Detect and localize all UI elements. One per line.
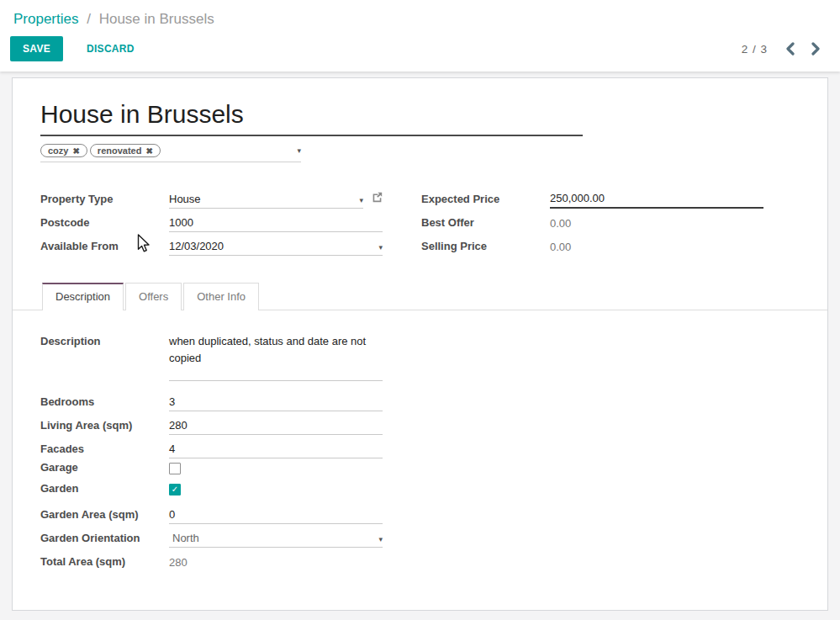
garage-checkbox[interactable]: ✓ <box>169 463 181 474</box>
field-row-property-type: Property Type House ▾ <box>40 185 383 209</box>
field-row-facades: Facades 4 <box>40 435 383 458</box>
control-panel: Properties / House in Brussels SAVE DISC… <box>0 0 840 72</box>
facades-value: 4 <box>169 442 175 455</box>
garden-orientation-select[interactable]: North ▾ <box>169 532 383 548</box>
property-type-value: House <box>169 193 201 205</box>
garden-orientation-value: North <box>172 532 199 544</box>
form-view: House in Brussels cozy ✖ renovated ✖ ▾ P… <box>0 72 840 611</box>
title-field[interactable]: House in Brussels <box>40 100 583 136</box>
pager-count: 2 / 3 <box>742 43 768 56</box>
field-row-postcode: Postcode 1000 <box>40 209 383 232</box>
postcode-input[interactable]: 1000 <box>169 216 383 232</box>
notebook-tabs: Description Offers Other Info <box>13 283 827 310</box>
tag-renovated[interactable]: renovated ✖ <box>90 144 161 157</box>
total-area-value: 280 <box>169 556 383 571</box>
postcode-value: 1000 <box>169 216 193 229</box>
toolbar: SAVE DISCARD 2 / 3 <box>0 36 840 61</box>
field-row-best-offer: Best Offer 0.00 <box>421 209 763 232</box>
tag-remove-icon[interactable]: ✖ <box>72 146 79 156</box>
postcode-label: Postcode <box>40 216 169 232</box>
checkmark-icon: ✓ <box>172 485 178 494</box>
facades-input[interactable]: 4 <box>169 442 383 458</box>
breadcrumb-current: House in Brussels <box>99 11 214 27</box>
expected-price-label: Expected Price <box>421 193 550 209</box>
selling-price-label: Selling Price <box>421 240 550 256</box>
description-input[interactable]: when duplicated, status and date are not… <box>169 333 383 381</box>
pager-next-icon[interactable] <box>810 42 822 56</box>
tag-label: cozy <box>48 146 68 156</box>
garage-label: Garage <box>40 461 169 477</box>
pager-previous-icon[interactable] <box>785 42 796 56</box>
tab-offers[interactable]: Offers <box>125 283 182 310</box>
field-row-selling-price: Selling Price 0.00 <box>421 232 763 256</box>
living-area-input[interactable]: 280 <box>169 419 383 435</box>
tags-dropdown-icon[interactable]: ▾ <box>297 147 301 155</box>
expected-price-value: 250,000.00 <box>550 192 605 204</box>
form-sheet: House in Brussels cozy ✖ renovated ✖ ▾ P… <box>12 77 828 611</box>
bedrooms-label: Bedrooms <box>40 395 169 411</box>
field-row-garden: Garden ✓ <box>40 480 383 501</box>
tab-description[interactable]: Description <box>42 283 124 310</box>
breadcrumb: Properties / House in Brussels <box>0 0 840 28</box>
description-value: when duplicated, status and date are not… <box>169 333 378 367</box>
available-from-label: Available From <box>40 240 169 256</box>
total-area-label: Total Area (sqm) <box>40 555 169 571</box>
discard-button[interactable]: DISCARD <box>78 36 143 61</box>
save-button[interactable]: SAVE <box>10 36 63 61</box>
garden-checkbox[interactable]: ✓ <box>169 484 181 495</box>
best-offer-value: 0.00 <box>550 217 763 232</box>
living-area-label: Living Area (sqm) <box>40 419 169 435</box>
bedrooms-input[interactable]: 3 <box>169 395 383 411</box>
tag-label: renovated <box>98 146 142 156</box>
available-from-input[interactable]: 12/03/2020 ▾ <box>169 240 383 256</box>
garden-orientation-label: Garden Orientation <box>40 532 169 548</box>
property-name-input[interactable]: House in Brussels <box>40 100 583 129</box>
field-group-right: Expected Price 250,000.00 Best Offer 0.0… <box>421 185 763 256</box>
tag-remove-icon[interactable]: ✖ <box>145 146 152 156</box>
garden-area-value: 0 <box>169 508 175 521</box>
tab-content-description: Description when duplicated, status and … <box>40 310 383 571</box>
field-groups: Property Type House ▾ Postcode 1000 <box>40 185 800 256</box>
field-row-description: Description when duplicated, status and … <box>40 333 383 381</box>
field-row-garden-orientation: Garden Orientation North ▾ <box>40 524 383 548</box>
garden-orientation-dropdown-icon[interactable]: ▾ <box>378 536 383 544</box>
garden-area-label: Garden Area (sqm) <box>40 508 169 524</box>
bedrooms-value: 3 <box>169 395 175 408</box>
property-type-dropdown-icon[interactable]: ▾ <box>359 197 363 205</box>
field-row-garden-area: Garden Area (sqm) 0 <box>40 501 383 524</box>
available-from-value: 12/03/2020 <box>169 240 224 252</box>
field-group-left: Property Type House ▾ Postcode 1000 <box>40 185 383 256</box>
tag-cozy[interactable]: cozy ✖ <box>40 144 87 157</box>
date-dropdown-icon[interactable]: ▾ <box>378 244 383 252</box>
expected-price-input[interactable]: 250,000.00 <box>550 192 763 209</box>
field-row-total-area: Total Area (sqm) 280 <box>40 548 383 571</box>
property-type-input[interactable]: House ▾ <box>169 193 363 209</box>
field-row-bedrooms: Bedrooms 3 <box>40 388 383 411</box>
field-row-living-area: Living Area (sqm) 280 <box>40 411 383 435</box>
field-row-available-from: Available From 12/03/2020 ▾ <box>40 232 383 256</box>
external-link-icon[interactable] <box>372 191 383 209</box>
property-type-label: Property Type <box>40 193 169 209</box>
breadcrumb-separator: / <box>87 11 91 27</box>
selling-price-value: 0.00 <box>550 241 763 256</box>
living-area-value: 280 <box>169 419 188 432</box>
breadcrumb-properties-link[interactable]: Properties <box>13 11 78 27</box>
field-row-garage: Garage ✓ <box>40 458 383 480</box>
tab-other-info[interactable]: Other Info <box>183 283 259 310</box>
field-row-expected-price: Expected Price 250,000.00 <box>421 185 763 209</box>
facades-label: Facades <box>40 442 169 458</box>
description-label: Description <box>40 333 169 351</box>
garden-area-input[interactable]: 0 <box>169 508 383 524</box>
tags-field[interactable]: cozy ✖ renovated ✖ ▾ <box>40 144 301 162</box>
pager: 2 / 3 <box>742 42 822 56</box>
garden-label: Garden <box>40 482 169 498</box>
best-offer-label: Best Offer <box>421 216 550 232</box>
